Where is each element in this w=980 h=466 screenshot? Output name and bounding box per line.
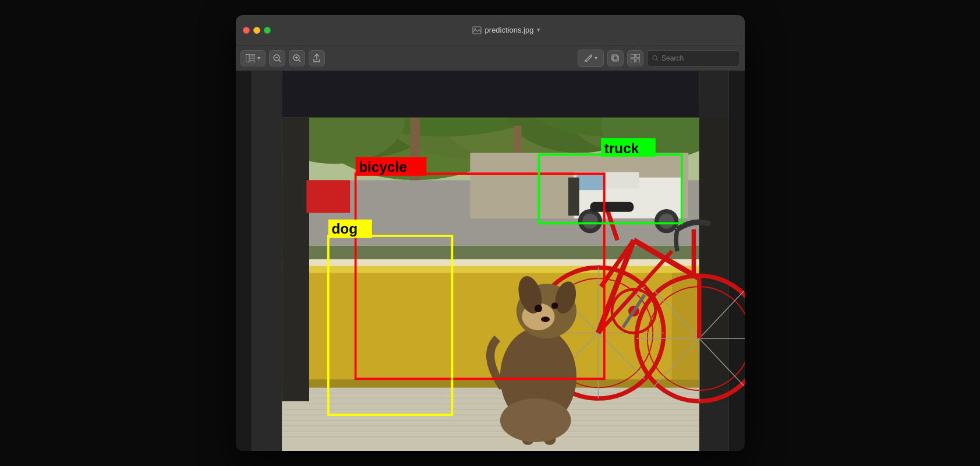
zoom-out-icon xyxy=(273,54,281,62)
image-area: bicycle dog truck xyxy=(236,71,745,451)
maximize-button[interactable] xyxy=(264,27,271,34)
svg-rect-40 xyxy=(252,71,282,451)
svg-rect-88 xyxy=(590,202,634,212)
zoom-in-icon xyxy=(293,54,301,62)
image-icon xyxy=(472,26,482,35)
zoom-in-button[interactable] xyxy=(289,50,305,66)
title-chevron-icon[interactable]: ▾ xyxy=(537,26,540,34)
copy-icon xyxy=(611,54,620,62)
svg-point-64 xyxy=(582,214,597,229)
titlebar: predictions.jpg ▾ xyxy=(236,15,745,45)
traffic-lights xyxy=(243,27,271,34)
svg-point-21 xyxy=(652,55,656,59)
svg-text:truck: truck xyxy=(604,140,639,156)
svg-rect-19 xyxy=(631,59,635,62)
search-icon xyxy=(652,55,659,62)
svg-rect-2 xyxy=(246,54,249,62)
svg-point-104 xyxy=(500,398,571,442)
svg-rect-68 xyxy=(568,178,579,216)
pen-button[interactable]: ▾ xyxy=(578,50,603,66)
svg-text:bicycle: bicycle xyxy=(359,159,407,175)
copy-button[interactable] xyxy=(607,50,624,66)
svg-rect-42 xyxy=(282,71,699,118)
svg-rect-43 xyxy=(282,387,699,451)
window-title: predictions.jpg xyxy=(485,26,534,34)
svg-text:dog: dog xyxy=(331,221,358,236)
sidebar-chevron-icon: ▾ xyxy=(257,55,260,61)
pen-group: ▾ xyxy=(578,50,604,67)
minimize-button[interactable] xyxy=(253,27,260,34)
close-button[interactable] xyxy=(243,27,250,34)
tools-icon xyxy=(631,54,640,62)
svg-rect-67 xyxy=(576,175,604,190)
svg-line-22 xyxy=(656,59,658,61)
pen-icon xyxy=(584,54,592,62)
sidebar-icon xyxy=(246,54,255,62)
title-section: predictions.jpg ▾ xyxy=(275,26,738,35)
svg-rect-59 xyxy=(282,118,309,401)
svg-rect-18 xyxy=(636,54,640,58)
share-icon xyxy=(313,54,321,63)
sidebar-toggle-button[interactable]: ▾ xyxy=(240,50,266,66)
pen-chevron: ▾ xyxy=(595,55,597,61)
svg-point-101 xyxy=(541,317,550,322)
svg-line-8 xyxy=(278,59,281,62)
svg-rect-69 xyxy=(306,180,350,213)
svg-rect-58 xyxy=(282,259,699,266)
toolbar: ▾ xyxy=(236,45,745,71)
svg-rect-16 xyxy=(612,55,617,60)
search-box[interactable] xyxy=(647,50,740,66)
svg-rect-60 xyxy=(699,118,728,401)
svg-rect-17 xyxy=(631,54,635,58)
svg-line-14 xyxy=(585,61,585,62)
svg-rect-15 xyxy=(613,56,618,61)
svg-rect-20 xyxy=(636,59,640,62)
zoom-out-button[interactable] xyxy=(269,50,285,66)
scene-image: bicycle dog truck xyxy=(236,71,745,451)
svg-point-99 xyxy=(534,305,542,312)
svg-line-11 xyxy=(298,59,300,62)
search-input[interactable] xyxy=(661,54,734,62)
share-button[interactable] xyxy=(309,50,325,66)
svg-point-66 xyxy=(659,214,674,229)
svg-point-100 xyxy=(551,302,557,309)
app-window: predictions.jpg ▾ ▾ xyxy=(236,15,745,451)
tools-button[interactable] xyxy=(627,50,643,66)
